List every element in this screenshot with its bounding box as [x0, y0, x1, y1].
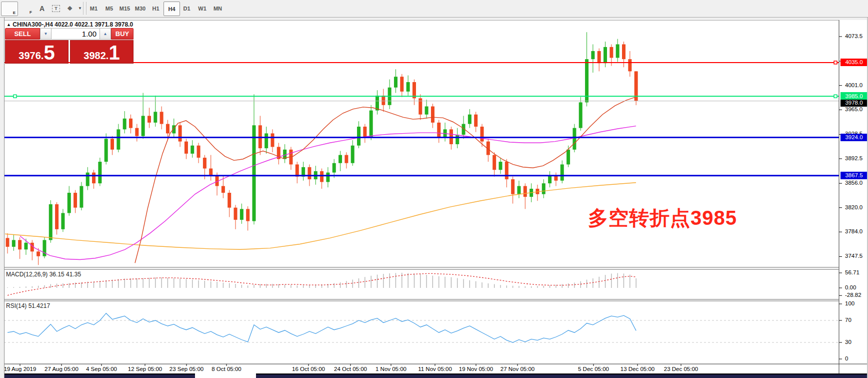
symbol-name: CHINA300-,H4	[12, 21, 53, 28]
window-left-frame	[0, 17, 4, 378]
text-box-icon: T	[52, 5, 60, 12]
grid-button[interactable]: F	[19, 2, 33, 15]
hline-handle[interactable]	[834, 61, 837, 64]
grid-icon: F	[21, 4, 31, 13]
chart-symbol-header: ▲ CHINA300-,H4 4022.0 4022.1 3971.8 3978…	[6, 21, 133, 28]
text-label-button[interactable]: A	[35, 2, 49, 15]
timeframe-button-mn[interactable]: MN	[210, 2, 226, 15]
hline-handle[interactable]	[834, 95, 837, 98]
timeframe-button-m30[interactable]: M30	[132, 2, 148, 15]
hline-handle[interactable]	[14, 95, 16, 98]
volume-increase-button[interactable]: ▲	[100, 28, 111, 40]
buy-button[interactable]: BUY	[111, 28, 134, 40]
sell-button[interactable]: SELL	[5, 28, 40, 40]
buy-price-big-digit: 1	[108, 43, 120, 62]
symbol-ohlc: 4022.0 4022.1 3971.8 3978.0	[54, 21, 133, 28]
timeframe-button-m1[interactable]: M1	[86, 2, 102, 15]
text-label-icon: A	[35, 5, 49, 13]
sell-price-main: 3976	[18, 49, 41, 62]
top-toolbar: E F A T ❖ ▼ M1M5M15M30H1H4D1W1MN	[0, 0, 868, 18]
sell-price-big-digit: 5	[44, 43, 54, 62]
one-click-trade-panel: SELL ▼ ▲ BUY 3976.5 3982.1	[5, 28, 134, 64]
buy-price-main: 3982	[84, 49, 106, 62]
cursor-icon: ❖	[63, 5, 76, 12]
timeframe-button-m15[interactable]: M15	[117, 2, 132, 15]
volume-decrease-button[interactable]: ▼	[40, 28, 52, 40]
chart-edit-button[interactable]: E	[1, 2, 18, 16]
text-box-button[interactable]: T	[49, 2, 63, 15]
timeframe-button-m5[interactable]: M5	[102, 2, 117, 15]
timeframe-button-d1[interactable]: D1	[179, 2, 194, 15]
timeframe-button-h1[interactable]: H1	[148, 2, 164, 15]
chart-edit-icon: E	[4, 5, 14, 14]
cursor-tool-button[interactable]: ❖ ▼	[63, 2, 82, 15]
docked-panel-edge-left	[1, 373, 195, 378]
sell-price-box[interactable]: 3976.5	[5, 40, 68, 64]
chevron-down-icon[interactable]: ▼	[78, 6, 82, 11]
volume-input[interactable]	[52, 28, 100, 40]
timeframe-button-h4[interactable]: H4	[164, 2, 180, 16]
chart-annotation-text[interactable]: 多空转折点3985	[588, 204, 737, 232]
docked-panel-edge-right	[256, 373, 867, 378]
timeframe-button-w1[interactable]: W1	[194, 2, 210, 15]
collapse-triangle-icon[interactable]: ▲	[6, 22, 11, 27]
buy-price-box[interactable]: 3982.1	[70, 40, 134, 64]
